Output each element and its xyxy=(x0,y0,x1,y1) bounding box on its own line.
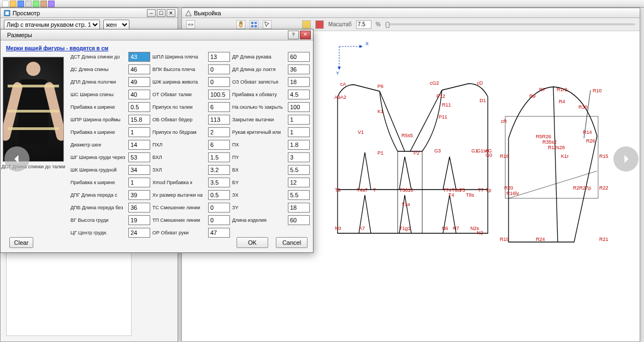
grid-tool-icon[interactable] xyxy=(250,20,258,29)
field-input[interactable] xyxy=(128,152,150,162)
tb-print-icon[interactable] xyxy=(25,1,32,7)
field-input[interactable] xyxy=(128,165,150,175)
field-label: Рукав критичный или xyxy=(232,129,287,135)
field-input[interactable] xyxy=(208,77,230,87)
field-input[interactable] xyxy=(288,203,310,213)
gender-select[interactable]: жен xyxy=(103,20,129,30)
field-input[interactable] xyxy=(288,90,310,99)
cancel-button[interactable]: Cancel xyxy=(276,237,308,248)
field-input[interactable] xyxy=(288,215,310,225)
field-input[interactable] xyxy=(208,215,230,225)
pattern-title: Выкройка xyxy=(194,10,221,16)
field-label: Прибавка к ширине xyxy=(70,129,127,135)
field-input[interactable] xyxy=(208,102,230,112)
nav-prev-button[interactable] xyxy=(4,146,29,172)
sizes-help-link[interactable]: Мерки вашей фигуры - вводятся в см xyxy=(6,45,109,51)
field-input[interactable] xyxy=(128,90,150,99)
field-label: TП Смешение линии xyxy=(152,217,207,223)
scale-slider[interactable] xyxy=(385,23,635,25)
field-row: ДПГ Длина переда с xyxy=(70,190,150,201)
field-input[interactable] xyxy=(208,190,230,200)
field-input[interactable] xyxy=(208,127,230,137)
clear-button[interactable]: Clear xyxy=(9,237,33,248)
nav-next-button[interactable] xyxy=(613,146,639,172)
pattern-select[interactable]: Лиф с втачным рукавом стр. 181-225 xyxy=(4,20,100,30)
field-row: ДПБ Длина переда без xyxy=(70,202,150,213)
field-input[interactable] xyxy=(208,178,230,187)
field-input[interactable] xyxy=(208,165,230,175)
field-input[interactable] xyxy=(208,140,230,150)
preview-close-button[interactable]: ✕ xyxy=(167,9,175,17)
field-input[interactable] xyxy=(288,152,310,162)
field-label: Припуск по бёдрам xyxy=(152,129,207,135)
preview-max-button[interactable]: ☐ xyxy=(157,9,166,17)
field-input[interactable] xyxy=(288,77,310,87)
field-input[interactable] xyxy=(288,52,310,62)
field-row: Прибавка к ширине xyxy=(70,127,150,138)
field-input[interactable] xyxy=(208,152,230,162)
color2-icon[interactable] xyxy=(315,20,324,29)
field-input[interactable] xyxy=(288,178,310,187)
field-input[interactable] xyxy=(128,203,150,213)
tb-cut-icon[interactable] xyxy=(33,1,39,7)
field-input[interactable] xyxy=(128,77,150,87)
field-row: ВПК Высота плеча xyxy=(152,64,230,75)
field-input[interactable] xyxy=(128,127,150,137)
toggle-arrows-icon[interactable] xyxy=(186,20,195,29)
sizes-close-button[interactable]: ✕ xyxy=(300,31,311,39)
field-label: ДПЛ Длина полочки xyxy=(70,79,127,85)
field-label: ДЛ Длина до локтя xyxy=(232,67,287,72)
field-input[interactable] xyxy=(208,228,230,238)
sizes-dialog: Размеры ? ✕ Мерки вашей фигуры - вводятс… xyxy=(0,29,314,253)
field-label: ДР Длина рукава xyxy=(232,54,287,60)
tb-open-icon[interactable] xyxy=(10,1,16,7)
field-input[interactable] xyxy=(208,90,230,99)
field-input[interactable] xyxy=(288,64,310,74)
scale-unit: % xyxy=(376,21,381,27)
field-input[interactable] xyxy=(128,102,150,112)
ok-button[interactable]: OK xyxy=(237,237,268,248)
hand-tool-icon[interactable] xyxy=(237,20,245,29)
field-input[interactable] xyxy=(288,102,310,112)
field-input[interactable] xyxy=(208,64,230,74)
sizes-help-button[interactable]: ? xyxy=(288,31,299,39)
field-row: Прибавка к обхвату xyxy=(232,89,310,100)
field-input[interactable] xyxy=(208,115,230,125)
color1-icon[interactable] xyxy=(302,20,311,29)
field-row: БY xyxy=(232,177,310,188)
field-label: TC Смешение линии xyxy=(152,205,207,210)
field-input[interactable] xyxy=(288,190,310,200)
scale-input[interactable] xyxy=(356,20,371,29)
field-input[interactable] xyxy=(128,228,150,238)
svg-rect-5 xyxy=(251,25,253,27)
sleeve-pattern xyxy=(503,84,612,247)
tb-new-icon[interactable] xyxy=(2,1,9,7)
field-input[interactable] xyxy=(208,203,230,213)
field-input[interactable] xyxy=(288,127,310,137)
field-row: ШЖ ширина живота xyxy=(152,76,230,87)
field-input[interactable] xyxy=(128,140,150,150)
preview-min-button[interactable]: – xyxy=(147,9,156,17)
field-input[interactable] xyxy=(128,215,150,225)
tb-copy-icon[interactable] xyxy=(40,1,47,7)
field-label: ОТ Обхват талии xyxy=(152,92,207,97)
field-label: ОР Обхват руки xyxy=(152,230,207,235)
field-row: ВГ Высота груди xyxy=(70,215,150,226)
field-input[interactable] xyxy=(288,115,310,125)
field-input[interactable] xyxy=(128,190,150,200)
field-input[interactable] xyxy=(288,140,310,150)
tb-save-icon[interactable] xyxy=(17,1,24,7)
pointer-tool-icon[interactable] xyxy=(263,20,271,29)
sizes-fields: ДСТ Длина спинки доДС Длина спиныДПЛ Дли… xyxy=(70,51,310,238)
field-input[interactable] xyxy=(128,64,150,74)
field-label: Прибавка к ширине xyxy=(70,180,127,185)
field-input[interactable] xyxy=(128,178,150,187)
field-input[interactable] xyxy=(208,52,230,62)
field-label: ЗХЛ xyxy=(152,167,207,173)
field-input[interactable] xyxy=(128,52,150,62)
field-input[interactable] xyxy=(128,115,150,125)
tb-paste-icon[interactable] xyxy=(48,1,55,7)
field-input[interactable] xyxy=(288,165,310,175)
svg-rect-3 xyxy=(251,21,253,23)
pattern-icon xyxy=(185,10,192,16)
